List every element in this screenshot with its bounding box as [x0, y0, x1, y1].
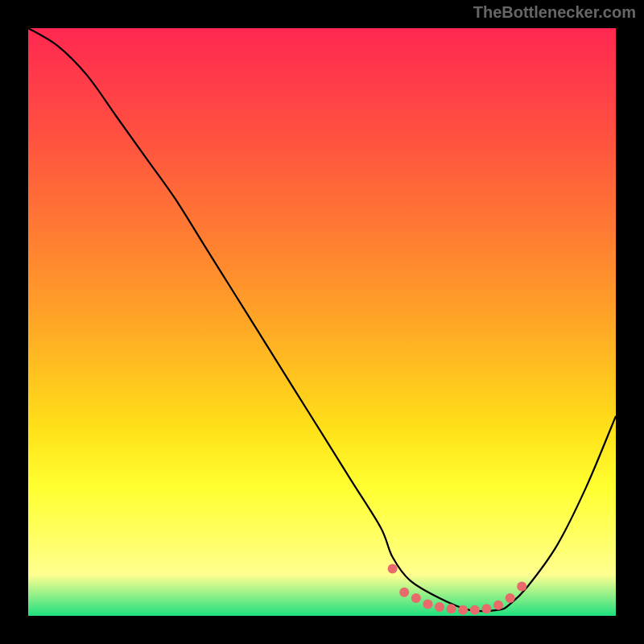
marker-dot — [458, 605, 468, 615]
marker-dot — [388, 564, 398, 574]
marker-dot — [423, 599, 432, 609]
marker-dot — [447, 604, 456, 613]
marker-dot — [411, 593, 421, 603]
marker-dot — [399, 588, 409, 597]
attribution-text: TheBottlenecker.com — [473, 3, 636, 22]
plot-area — [28, 28, 616, 616]
marker-dot — [435, 602, 444, 612]
marker-dot — [481, 604, 491, 613]
marker-dot — [517, 582, 526, 592]
marker-dot — [506, 593, 515, 603]
marker-dot — [470, 605, 480, 615]
bottleneck-curve — [28, 28, 616, 611]
curve-svg — [28, 28, 616, 616]
marker-dot — [493, 601, 503, 610]
